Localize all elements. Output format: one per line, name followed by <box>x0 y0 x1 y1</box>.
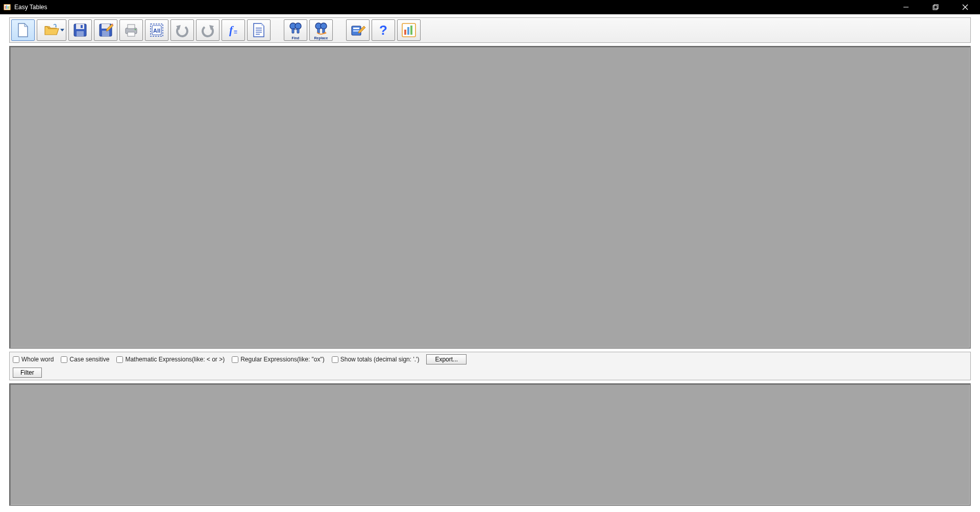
svg-rect-2 <box>6 6 7 9</box>
svg-point-40 <box>295 23 301 29</box>
replace-icon <box>313 20 329 37</box>
regex-label: Regular Expressions(like: "ox") <box>240 356 325 363</box>
math-expressions-label: Mathematic Expressions(like: < or >) <box>125 356 225 363</box>
svg-text:?: ? <box>379 22 387 38</box>
save-icon <box>72 22 88 38</box>
main-table-area[interactable] <box>9 46 971 349</box>
svg-rect-1 <box>5 6 6 9</box>
open-file-button[interactable] <box>37 19 66 41</box>
new-document-button[interactable] <box>11 19 35 41</box>
svg-rect-14 <box>76 24 84 29</box>
svg-text:=: = <box>234 29 237 36</box>
svg-rect-45 <box>317 29 320 33</box>
save-edit-icon <box>97 22 114 38</box>
dropdown-arrow-icon <box>60 29 64 32</box>
options-icon <box>350 22 366 38</box>
replace-button[interactable]: Replace <box>309 19 333 41</box>
svg-marker-34 <box>261 23 264 26</box>
show-totals-label: Show totals (decimal sign: '.') <box>340 356 420 363</box>
svg-rect-3 <box>8 6 9 9</box>
case-sensitive-checkbox[interactable]: Case sensitive <box>61 356 109 363</box>
show-totals-checkbox[interactable]: Show totals (decimal sign: '.') <box>332 356 420 363</box>
svg-rect-50 <box>353 30 359 32</box>
svg-rect-16 <box>81 25 83 28</box>
help-icon: ? <box>375 22 391 38</box>
chart-icon <box>401 22 417 38</box>
redo-icon <box>200 22 216 38</box>
whole-word-checkbox[interactable]: Whole word <box>13 356 54 363</box>
properties-button[interactable] <box>247 19 271 41</box>
svg-rect-4 <box>9 6 10 9</box>
svg-rect-19 <box>102 31 109 36</box>
svg-rect-6 <box>933 6 937 10</box>
select-all-icon: All <box>149 22 165 38</box>
find-button[interactable]: Find <box>284 19 307 41</box>
maximize-button[interactable] <box>921 0 950 14</box>
window-controls <box>891 0 980 14</box>
export-button[interactable]: Export... <box>426 354 467 364</box>
svg-rect-7 <box>934 5 938 9</box>
svg-rect-15 <box>77 31 84 36</box>
svg-point-25 <box>135 29 136 30</box>
formula-icon: f = <box>225 22 241 38</box>
app-body: All f = <box>0 14 980 512</box>
printer-icon <box>123 22 139 38</box>
options-button[interactable] <box>346 19 370 41</box>
redo-button[interactable] <box>196 19 219 41</box>
chart-button[interactable] <box>397 19 421 41</box>
svg-marker-11 <box>24 23 28 27</box>
toolbar: All f = <box>9 17 971 43</box>
regex-checkbox[interactable]: Regular Expressions(like: "ox") <box>232 356 325 363</box>
svg-rect-54 <box>404 30 406 35</box>
window-title: Easy Tables <box>14 4 47 11</box>
svg-text:All: All <box>153 28 160 34</box>
find-icon <box>287 20 304 37</box>
svg-rect-24 <box>128 32 135 36</box>
document-list-icon <box>251 22 267 38</box>
svg-rect-46 <box>323 29 325 33</box>
save-as-button[interactable] <box>94 19 117 41</box>
whole-word-label: Whole word <box>21 356 54 363</box>
svg-point-44 <box>321 23 327 29</box>
new-file-icon <box>15 22 31 38</box>
folder-open-icon <box>43 22 60 38</box>
close-button[interactable] <box>950 0 980 14</box>
find-label: Find <box>284 36 307 40</box>
svg-rect-23 <box>128 25 135 29</box>
undo-icon <box>174 22 190 38</box>
formula-button[interactable]: f = <box>222 19 245 41</box>
undo-button[interactable] <box>170 19 194 41</box>
math-expressions-checkbox[interactable]: Mathematic Expressions(like: < or >) <box>116 356 225 363</box>
replace-label: Replace <box>310 36 332 40</box>
title-bar: Easy Tables <box>0 0 980 14</box>
results-area[interactable] <box>9 383 971 506</box>
help-button[interactable]: ? <box>372 19 395 41</box>
print-button[interactable] <box>119 19 143 41</box>
svg-rect-55 <box>407 27 409 35</box>
app-icon <box>3 3 11 11</box>
filter-button[interactable]: Filter <box>13 368 42 378</box>
case-sensitive-label: Case sensitive <box>69 356 109 363</box>
minimize-button[interactable] <box>891 0 921 14</box>
svg-rect-49 <box>353 28 359 29</box>
save-button[interactable] <box>68 19 92 41</box>
select-all-button[interactable]: All <box>145 19 168 41</box>
svg-rect-56 <box>410 26 412 35</box>
filter-bar: Whole word Case sensitive Mathematic Exp… <box>9 352 971 380</box>
